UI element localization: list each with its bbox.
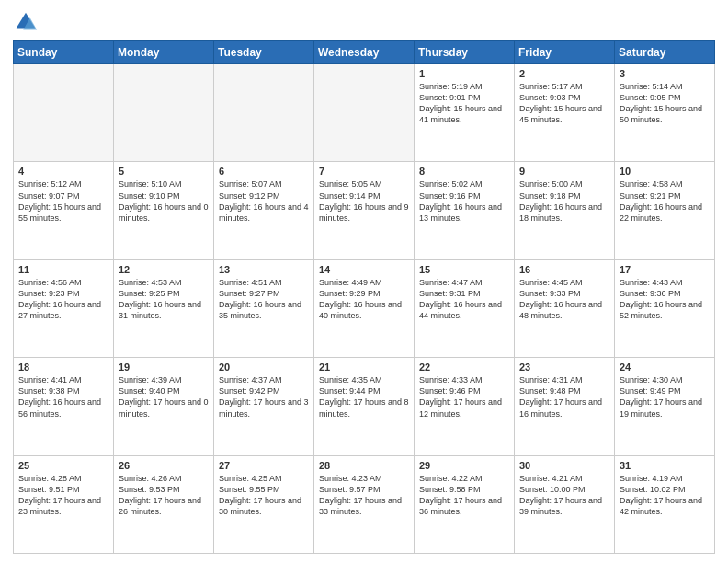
day-number: 11 [18,264,108,275]
day-info: Sunrise: 4:39 AM Sunset: 9:40 PM Dayligh… [119,374,209,419]
calendar-cell: 2Sunrise: 5:17 AM Sunset: 9:03 PM Daylig… [515,64,615,162]
day-number: 17 [620,264,710,275]
day-number: 16 [519,264,609,275]
day-number: 7 [319,166,409,177]
day-number: 25 [18,460,108,471]
calendar-cell: 28Sunrise: 4:23 AM Sunset: 9:57 PM Dayli… [314,455,415,553]
day-number: 18 [18,362,108,373]
day-info: Sunrise: 4:19 AM Sunset: 10:02 PM Daylig… [620,473,710,518]
calendar-week-2: 11Sunrise: 4:56 AM Sunset: 9:23 PM Dayli… [14,259,715,357]
calendar-table: SundayMondayTuesdayWednesdayThursdayFrid… [13,40,715,554]
calendar-cell: 20Sunrise: 4:37 AM Sunset: 9:42 PM Dayli… [214,358,314,455]
calendar-cell: 3Sunrise: 5:14 AM Sunset: 9:05 PM Daylig… [615,64,715,162]
calendar-cell: 23Sunrise: 4:31 AM Sunset: 9:48 PM Dayli… [515,358,615,455]
day-number: 21 [319,362,409,373]
calendar-header-sunday: Sunday [14,41,114,64]
calendar-cell: 26Sunrise: 4:26 AM Sunset: 9:53 PM Dayli… [114,455,214,553]
calendar-cell: 15Sunrise: 4:47 AM Sunset: 9:31 PM Dayli… [415,259,515,357]
calendar-cell: 16Sunrise: 4:45 AM Sunset: 9:33 PM Dayli… [515,259,615,357]
calendar-cell: 11Sunrise: 4:56 AM Sunset: 9:23 PM Dayli… [14,259,114,357]
calendar-cell: 25Sunrise: 4:28 AM Sunset: 9:51 PM Dayli… [14,455,114,553]
day-info: Sunrise: 4:26 AM Sunset: 9:53 PM Dayligh… [119,473,209,518]
day-number: 22 [419,362,509,373]
day-info: Sunrise: 5:07 AM Sunset: 9:12 PM Dayligh… [219,178,309,224]
calendar-week-4: 25Sunrise: 4:28 AM Sunset: 9:51 PM Dayli… [14,455,715,553]
calendar-week-0: 1Sunrise: 5:19 AM Sunset: 9:01 PM Daylig… [14,64,715,162]
day-info: Sunrise: 5:00 AM Sunset: 9:18 PM Dayligh… [519,178,609,224]
day-info: Sunrise: 4:33 AM Sunset: 9:46 PM Dayligh… [419,374,509,419]
day-info: Sunrise: 4:43 AM Sunset: 9:36 PM Dayligh… [620,277,710,322]
calendar-cell: 21Sunrise: 4:35 AM Sunset: 9:44 PM Dayli… [314,358,415,455]
calendar-cell: 14Sunrise: 4:49 AM Sunset: 9:29 PM Dayli… [314,259,415,357]
calendar-cell: 12Sunrise: 4:53 AM Sunset: 9:25 PM Dayli… [114,259,214,357]
day-info: Sunrise: 4:25 AM Sunset: 9:55 PM Dayligh… [219,473,309,518]
calendar-cell: 10Sunrise: 4:58 AM Sunset: 9:21 PM Dayli… [615,162,715,259]
day-number: 5 [119,166,209,177]
day-number: 9 [519,166,609,177]
calendar-week-3: 18Sunrise: 4:41 AM Sunset: 9:38 PM Dayli… [14,358,715,455]
day-info: Sunrise: 4:51 AM Sunset: 9:27 PM Dayligh… [219,277,309,322]
day-info: Sunrise: 4:30 AM Sunset: 9:49 PM Dayligh… [620,374,710,419]
day-number: 24 [620,362,710,373]
day-info: Sunrise: 4:21 AM Sunset: 10:00 PM Daylig… [519,473,609,518]
calendar-header-friday: Friday [515,41,615,64]
day-number: 8 [419,166,509,177]
day-number: 15 [419,264,509,275]
day-number: 2 [519,68,609,79]
day-info: Sunrise: 4:45 AM Sunset: 9:33 PM Dayligh… [519,277,609,322]
calendar-cell: 17Sunrise: 4:43 AM Sunset: 9:36 PM Dayli… [615,259,715,357]
calendar-cell: 4Sunrise: 5:12 AM Sunset: 9:07 PM Daylig… [14,162,114,259]
calendar-cell: 5Sunrise: 5:10 AM Sunset: 9:10 PM Daylig… [114,162,214,259]
calendar-cell: 1Sunrise: 5:19 AM Sunset: 9:01 PM Daylig… [415,64,515,162]
day-number: 4 [18,166,108,177]
calendar-week-1: 4Sunrise: 5:12 AM Sunset: 9:07 PM Daylig… [14,162,715,259]
day-info: Sunrise: 4:22 AM Sunset: 9:58 PM Dayligh… [419,473,509,518]
calendar-header-monday: Monday [114,41,214,64]
day-info: Sunrise: 4:37 AM Sunset: 9:42 PM Dayligh… [219,374,309,419]
page: SundayMondayTuesdayWednesdayThursdayFrid… [0,0,728,563]
day-number: 13 [219,264,309,275]
day-number: 28 [319,460,409,471]
day-number: 3 [620,68,710,79]
day-info: Sunrise: 4:35 AM Sunset: 9:44 PM Dayligh… [319,374,409,419]
day-info: Sunrise: 4:49 AM Sunset: 9:29 PM Dayligh… [319,277,409,322]
calendar-cell: 18Sunrise: 4:41 AM Sunset: 9:38 PM Dayli… [14,358,114,455]
calendar-cell: 31Sunrise: 4:19 AM Sunset: 10:02 PM Dayl… [615,455,715,553]
calendar-cell: 24Sunrise: 4:30 AM Sunset: 9:49 PM Dayli… [615,358,715,455]
header [13,9,715,35]
logo [13,9,42,35]
day-number: 6 [219,166,309,177]
day-info: Sunrise: 5:02 AM Sunset: 9:16 PM Dayligh… [419,178,509,224]
day-info: Sunrise: 5:14 AM Sunset: 9:05 PM Dayligh… [620,81,710,126]
calendar-cell: 9Sunrise: 5:00 AM Sunset: 9:18 PM Daylig… [515,162,615,259]
day-number: 23 [519,362,609,373]
day-number: 30 [519,460,609,471]
calendar-cell: 7Sunrise: 5:05 AM Sunset: 9:14 PM Daylig… [314,162,415,259]
calendar-header-row: SundayMondayTuesdayWednesdayThursdayFrid… [14,41,715,64]
day-info: Sunrise: 5:05 AM Sunset: 9:14 PM Dayligh… [319,178,409,224]
calendar-cell: 13Sunrise: 4:51 AM Sunset: 9:27 PM Dayli… [214,259,314,357]
day-info: Sunrise: 4:31 AM Sunset: 9:48 PM Dayligh… [519,374,609,419]
day-info: Sunrise: 5:12 AM Sunset: 9:07 PM Dayligh… [18,178,108,224]
day-number: 19 [119,362,209,373]
day-number: 29 [419,460,509,471]
calendar-header-wednesday: Wednesday [314,41,415,64]
day-number: 1 [419,68,509,79]
day-number: 27 [219,460,309,471]
day-info: Sunrise: 4:23 AM Sunset: 9:57 PM Dayligh… [319,473,409,518]
day-number: 10 [620,166,710,177]
logo-icon [13,9,39,35]
day-info: Sunrise: 5:10 AM Sunset: 9:10 PM Dayligh… [119,178,209,224]
day-info: Sunrise: 5:17 AM Sunset: 9:03 PM Dayligh… [519,81,609,126]
day-info: Sunrise: 4:28 AM Sunset: 9:51 PM Dayligh… [18,473,108,518]
day-info: Sunrise: 4:47 AM Sunset: 9:31 PM Dayligh… [419,277,509,322]
day-number: 14 [319,264,409,275]
day-info: Sunrise: 4:53 AM Sunset: 9:25 PM Dayligh… [119,277,209,322]
day-info: Sunrise: 5:19 AM Sunset: 9:01 PM Dayligh… [419,81,509,126]
calendar-cell: 29Sunrise: 4:22 AM Sunset: 9:58 PM Dayli… [415,455,515,553]
day-info: Sunrise: 4:56 AM Sunset: 9:23 PM Dayligh… [18,277,108,322]
calendar-cell: 22Sunrise: 4:33 AM Sunset: 9:46 PM Dayli… [415,358,515,455]
day-info: Sunrise: 4:58 AM Sunset: 9:21 PM Dayligh… [620,178,710,224]
day-number: 12 [119,264,209,275]
day-number: 26 [119,460,209,471]
